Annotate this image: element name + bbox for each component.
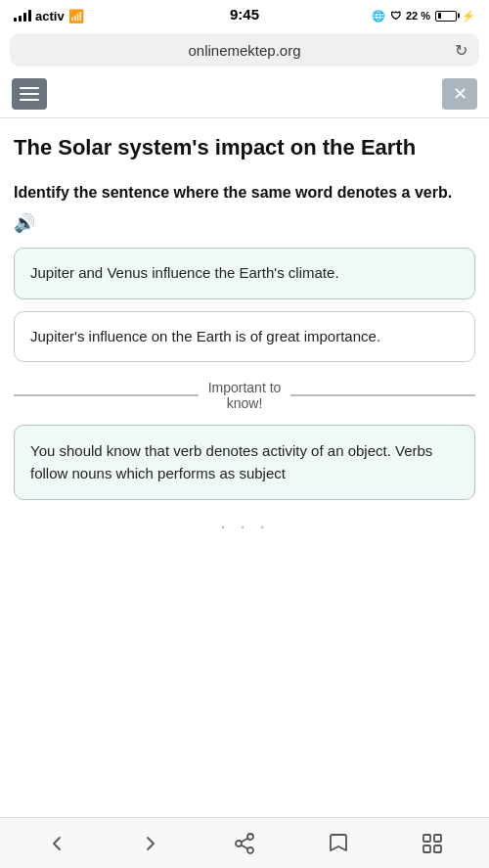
- bottom-nav: [0, 817, 489, 868]
- toolbar: ✕: [0, 70, 489, 118]
- address-bar[interactable]: onlinemektep.org ↻: [10, 33, 479, 67]
- url-display: onlinemektep.org: [188, 42, 300, 59]
- bookmarks-icon: [327, 832, 350, 855]
- battery-percent: 22 %: [406, 10, 430, 22]
- status-left: activ 📶: [14, 9, 84, 23]
- hamburger-icon: [20, 87, 39, 89]
- svg-rect-1: [434, 835, 441, 842]
- carrier-label: activ: [35, 9, 65, 23]
- wifi-icon: 📶: [68, 9, 84, 23]
- info-card: You should know that verb denotes activi…: [14, 425, 475, 500]
- page-title: The Solar system's impact on the Earth: [14, 134, 475, 162]
- hamburger-icon: [20, 99, 39, 101]
- important-label: Important toknow!: [208, 380, 282, 411]
- divider-right: [290, 394, 475, 396]
- option-card-2[interactable]: Jupiter's influence on the Earth is of g…: [14, 311, 475, 363]
- svg-rect-0: [423, 835, 430, 842]
- tabs-icon: [421, 832, 444, 855]
- question-text: Identify the sentence where the same wor…: [14, 182, 452, 204]
- status-right: 🌐 🛡 22 % ⚡: [372, 10, 475, 23]
- main-content: The Solar system's impact on the Earth I…: [0, 118, 489, 555]
- bookmarks-button[interactable]: [313, 824, 364, 863]
- hamburger-icon: [20, 93, 39, 95]
- divider-left: [14, 394, 199, 396]
- globe-icon: 🌐: [372, 10, 385, 23]
- shield-icon: 🛡: [390, 10, 401, 22]
- share-icon: [233, 832, 256, 855]
- important-section: Important toknow!: [14, 380, 475, 411]
- forward-icon: [139, 832, 162, 855]
- status-time: 9:45: [230, 6, 259, 23]
- close-button[interactable]: ✕: [442, 78, 477, 110]
- svg-rect-3: [434, 845, 441, 852]
- share-button[interactable]: [219, 824, 270, 863]
- question-label: Identify the sentence where the same wor…: [14, 182, 475, 237]
- menu-button[interactable]: [12, 78, 47, 110]
- svg-rect-2: [423, 845, 430, 852]
- refresh-icon[interactable]: ↻: [455, 41, 467, 60]
- forward-button[interactable]: [125, 824, 176, 863]
- back-button[interactable]: [31, 824, 82, 863]
- info-text: You should know that verb denotes activi…: [30, 442, 432, 481]
- battery-icon: [435, 11, 457, 22]
- sound-icon[interactable]: 🔊: [14, 211, 35, 236]
- back-icon: [45, 832, 68, 855]
- signal-icon: [14, 10, 31, 22]
- charging-icon: ⚡: [462, 10, 475, 23]
- option-text-1: Jupiter and Venus influence the Earth's …: [30, 264, 339, 281]
- scroll-hint: · · ·: [14, 514, 475, 539]
- tabs-button[interactable]: [407, 824, 458, 863]
- option-card-1[interactable]: Jupiter and Venus influence the Earth's …: [14, 248, 475, 299]
- status-bar: activ 📶 9:45 🌐 🛡 22 % ⚡: [0, 0, 489, 29]
- option-text-2: Jupiter's influence on the Earth is of g…: [30, 328, 380, 344]
